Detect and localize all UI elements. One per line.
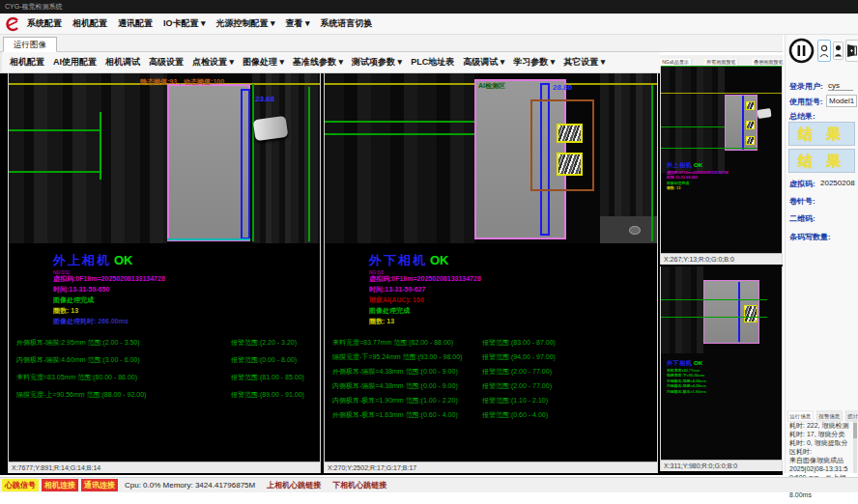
- bolt-detail: [629, 226, 641, 235]
- ai-result-line: 瑕疵AI(AUC): 166: [369, 294, 657, 305]
- menu-item-view[interactable]: 查看 ▾: [286, 17, 310, 30]
- exit-button[interactable]: [845, 40, 858, 62]
- lower-camera-heartbeat-link[interactable]: 下相机心跳链接: [332, 480, 386, 490]
- machinery-background-left: [9, 73, 167, 243]
- camera-image-outer-upper[interactable]: 静态阈值:93，动态阈值:100 23.68: [9, 73, 320, 243]
- baseline-yellow: [661, 93, 782, 94]
- login-user-label: 登录用户:: [789, 81, 823, 92]
- pixel-readout-bar-preview-top: X:267;Y:13;R:0;G:0;B:0: [661, 253, 782, 265]
- model-value[interactable]: Model1: [826, 95, 857, 107]
- result-text-outer-lower: NG:0/0 外下相机OK 虚拟码:0F1Iim=202502081331347…: [325, 251, 657, 469]
- login-user-value[interactable]: cys: [828, 81, 853, 91]
- pixel-readout-bar-middle: X:270;Y:2502;R:17;G:17;B:17: [325, 462, 657, 473]
- measure-line-green-2: [661, 148, 758, 149]
- total-result-label: 总结果:: [789, 111, 815, 122]
- tab-run-image[interactable]: 运行图像: [3, 37, 57, 52]
- film-edge-line-green: [252, 84, 254, 241]
- tab-lug-highlight: [253, 116, 289, 142]
- tab-stack-views[interactable]: 叠层画面预览: [752, 59, 786, 66]
- app-logo-icon: [4, 15, 21, 33]
- measurement-row: 来料宽度=83.77mm 范围:(82.00 - 88.00)报警范围:(83.…: [332, 338, 657, 348]
- toolbar-item-ai-usage-config[interactable]: AI使用配置: [53, 56, 97, 69]
- user-switch-button[interactable]: [817, 40, 831, 62]
- app-window: CYG-视觉检测系统 系统配置 相机配置 通讯配置 IO卡配置 ▾ 光源控制配置…: [0, 0, 858, 504]
- exit-door-icon: [846, 43, 858, 58]
- measurement-row: 来料宽度=83.05mm 范围:(80.00 - 86.00)报警范围:(81.…: [16, 373, 320, 382]
- menu-item-system-config[interactable]: 系统配置: [27, 17, 62, 30]
- toolbar-item-camera-debug[interactable]: 相机调试: [105, 56, 140, 69]
- tab-roi-yellow-1: [557, 124, 583, 143]
- upper-camera-heartbeat-link[interactable]: 上相机心跳链接: [267, 480, 321, 490]
- toolbar-item-test-item-params[interactable]: 测试项参数 ▾: [352, 56, 402, 69]
- pixel-readout-bar-left: X:7677;Y:891;R:14;G:14;B:14: [9, 462, 320, 473]
- pixel-readout-bar-preview-bottom: X:311;Y:980;R:0;G:0;B:0: [661, 460, 782, 471]
- threshold-overlay-label: 静态阈值:93，动态阈值:100: [140, 77, 224, 87]
- tab-ng-product-view[interactable]: NG成品显示: [660, 59, 692, 66]
- barcode-line: 虚拟码:0F1Iim=20250208133134728: [53, 273, 320, 284]
- tab-run-info[interactable]: 运行信息: [787, 411, 814, 422]
- camera-connection-badge: 相机连接: [42, 479, 78, 491]
- bottom-line-cyan: [167, 238, 250, 240]
- camera-name-label: 外下相机: [369, 253, 427, 267]
- measurement-row: 外侧极耳-隔膜:2.95mm 范围:(2.00 - 3.50)报警范围:(2.2…: [16, 338, 320, 348]
- measurement-row: 内侧极耳-极耳=1.90mm 范围:(1.00 - 2.20)报警范围:(1.1…: [332, 396, 657, 406]
- process-done-line: 图像处理完成: [369, 305, 657, 316]
- tab-roi-yellow-2: [557, 153, 583, 176]
- menu-item-language-switch[interactable]: 系统语言切换: [321, 17, 373, 30]
- tab-row: 运行图像: [0, 35, 783, 52]
- measurement-row: 外侧极耳-极耳=1.63mm 范围:(0.60 - 4.00)报警范围:(0.6…: [332, 410, 657, 420]
- toolbar-item-advanced-debug[interactable]: 高级调试 ▾: [463, 56, 504, 69]
- measurement-row: 外侧极耳-隔膜=4.38mm 范围:(0.00 - 9.00)报警范围:(2.0…: [332, 367, 657, 377]
- preview-panel-bottom: 外下相机OK 来料宽度=83.77mm 隔膜宽度-下=95.24mm 外侧极耳-…: [660, 266, 783, 471]
- camera-panel-outer-lower: AI检测区 28.80 NG:0/0 外下相机OK 虚拟码:0F1Iim=202…: [324, 73, 658, 473]
- status-bar: 心跳信号 相机连接 通讯连接 Cpu: 0.0% Memory: 3424.41…: [0, 477, 858, 492]
- toolbar: 相机配置 AI使用配置 相机调试 高级设置 点检设置 ▾ 图像处理 ▾ 基准线参…: [0, 52, 660, 73]
- tab-all-views[interactable]: 所有画面预览: [704, 59, 738, 66]
- toolbar-item-spot-check[interactable]: 点检设置 ▾: [192, 56, 234, 69]
- pause-button[interactable]: [788, 38, 815, 64]
- measurement-row: 内侧极耳-隔膜=4.38mm 范围:(0.00 - 9.00)报警范围:(2.0…: [332, 381, 657, 391]
- measurement-list: 外侧极耳-隔膜:2.95mm 范围:(2.00 - 3.50)报警范围:(2.2…: [16, 338, 320, 400]
- right-edge-line-green: [651, 85, 653, 241]
- ng-count-note: NG:0/11: [53, 270, 71, 275]
- tab-roi-yellow-2: [746, 121, 755, 129]
- qr-code-label: 二维码:: [789, 213, 815, 224]
- virtual-code-value: 20250208: [820, 179, 855, 187]
- machinery-background: [661, 266, 703, 353]
- user-button[interactable]: [833, 42, 844, 60]
- menu-item-light-config[interactable]: 光源控制配置 ▾: [216, 17, 275, 30]
- toolbar-item-other-settings[interactable]: 其它设置 ▾: [563, 56, 605, 69]
- width-value-label: 28.80: [553, 83, 572, 92]
- log-scrollbar[interactable]: [853, 419, 857, 473]
- process-done-line: 图像处理完成: [53, 294, 320, 305]
- toolbar-item-advanced-settings[interactable]: 高级设置: [149, 56, 184, 69]
- camera-image-outer-lower[interactable]: AI检测区 28.80: [325, 73, 657, 243]
- edge-roi-blue: [742, 96, 744, 150]
- width-value-label: 23.68: [255, 95, 274, 103]
- toolbar-item-image-processing[interactable]: 图像处理 ▾: [243, 56, 284, 69]
- right-edge-line-green: [308, 87, 310, 241]
- virtual-code-label: 虚拟码:: [789, 179, 815, 189]
- tab-alarm-info[interactable]: 报警信息: [816, 411, 843, 422]
- measurement-list: 来料宽度=83.77mm 范围:(82.00 - 88.00)报警范围:(83.…: [332, 338, 657, 420]
- preview-tab-bar: NG成品显示 所有画面预览 叠层画面预览: [660, 55, 783, 66]
- toolbar-item-plc-address-table[interactable]: PLC地址表: [411, 56, 454, 69]
- camera-panel-outer-upper: 静态阈值:93，动态阈值:100 23.68 NG:0/11 外上相机OK 虚拟…: [8, 73, 321, 473]
- measure-line-green-2: [9, 171, 101, 173]
- toolbar-item-learning-params[interactable]: 学习参数 ▾: [513, 56, 555, 69]
- measurement-row: 内侧极耳-隔膜:4.60mm 范围:(3.00 - 6.00)报警范围:(0.0…: [16, 355, 320, 365]
- time-line: 时间:13-31-59-627: [369, 284, 657, 294]
- menu-bar: 系统配置 相机配置 通讯配置 IO卡配置 ▾ 光源控制配置 ▾ 查看 ▾ 系统语…: [0, 14, 858, 35]
- result-text-outer-upper: NG:0/11 外上相机OK 虚拟码:0F1Iim=20250208133134…: [9, 251, 320, 469]
- ng-count-note: NG:0/0: [369, 270, 384, 275]
- menu-item-camera-config[interactable]: 相机配置: [72, 17, 107, 30]
- comm-connection-badge: 通讯连接: [81, 479, 118, 491]
- toolbar-item-camera-config[interactable]: 相机配置: [10, 56, 44, 69]
- measure-line-green-1: [661, 299, 767, 300]
- preview-image-bottom[interactable]: 外下相机OK 来料宽度=83.77mm 隔膜宽度-下=95.24mm 外侧极耳-…: [661, 266, 782, 460]
- toolbar-item-baseline-params[interactable]: 基准线参数 ▾: [293, 56, 343, 69]
- preview-image-top[interactable]: 外上相机OK 虚拟码:0F1Iim=20250208133134728 时间:1…: [661, 66, 782, 254]
- log-scrollbar-thumb[interactable]: [853, 423, 857, 438]
- menu-item-io-config[interactable]: IO卡配置 ▾: [163, 17, 206, 30]
- menu-item-comm-config[interactable]: 通讯配置: [118, 17, 153, 30]
